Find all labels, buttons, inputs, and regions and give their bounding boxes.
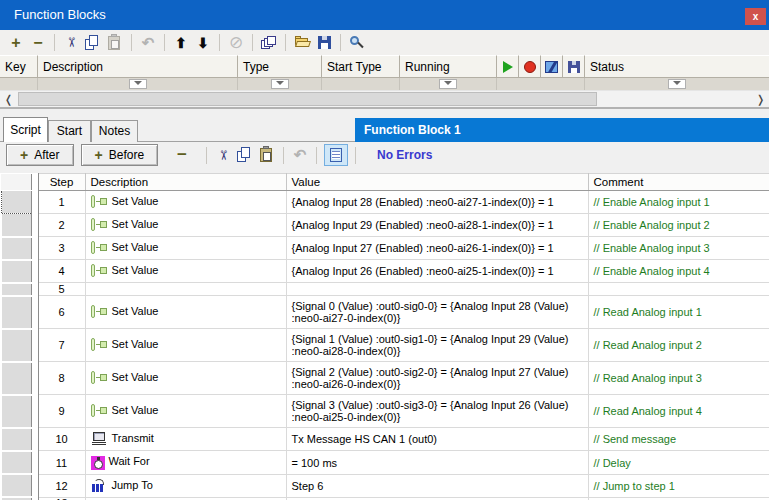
disable-icon[interactable]: ⊘ [225, 33, 247, 53]
step-cell[interactable]: 1 [38, 191, 85, 214]
move-down-icon[interactable]: ⬇ [192, 33, 214, 53]
row-selector[interactable] [1, 474, 31, 497]
filter-description[interactable] [38, 78, 238, 90]
step-cell[interactable]: 12 [38, 474, 85, 497]
column-status[interactable]: Status [585, 55, 769, 78]
comment-cell[interactable]: // Enable Analog input 1 [588, 191, 769, 214]
row-selector[interactable] [1, 237, 31, 260]
script-row[interactable]: 3Set Value{Analog Input 27 (Enabled) :ne… [1, 237, 769, 260]
column-key[interactable]: Key [0, 55, 38, 78]
cut-icon[interactable]: ✂ [212, 145, 234, 165]
value-cell[interactable]: Tx Message HS CAN 1 (out0) [286, 428, 588, 451]
horizontal-scrollbar[interactable]: ❬ ❭ [0, 90, 769, 107]
tab-notes[interactable]: Notes [91, 120, 138, 142]
comment-cell[interactable]: // Read Analog input 1 [588, 296, 769, 329]
script-log-button[interactable] [324, 144, 348, 166]
tab-script[interactable]: Script [3, 117, 48, 142]
row-selector[interactable] [1, 362, 31, 395]
add-icon[interactable]: + [5, 33, 27, 53]
script-row[interactable]: 4Set Value{Analog Input 26 (Enabled) :ne… [1, 260, 769, 283]
comment-cell[interactable]: // Delay [588, 451, 769, 474]
value-cell[interactable]: {Signal 1 (Value) :out0-sig1-0} = {Analo… [286, 329, 588, 362]
remove-icon[interactable]: − [27, 33, 49, 53]
close-button[interactable]: x [745, 8, 766, 25]
save-icon[interactable] [313, 33, 335, 53]
value-cell[interactable]: {Analog Input 28 (Enabled) :neo0-ai27-1-… [286, 191, 588, 214]
description-cell[interactable]: Set Value [85, 395, 286, 428]
description-cell[interactable]: Set Value [85, 191, 286, 214]
step-cell[interactable]: 7 [38, 329, 85, 362]
value-cell[interactable]: {Analog Input 29 (Enabled) :neo0-ai28-1-… [286, 214, 588, 237]
col-description[interactable]: Description [85, 174, 286, 191]
comment-cell[interactable]: // Read Analog input 4 [588, 395, 769, 428]
filter-status[interactable] [585, 78, 769, 90]
column-start-type[interactable]: Start Type [322, 55, 400, 78]
step-cell[interactable]: 4 [38, 260, 85, 283]
copy-icon[interactable] [234, 145, 256, 165]
col-step[interactable]: Step [38, 174, 85, 191]
script-row[interactable]: 5 [1, 283, 769, 296]
column-running[interactable]: Running [400, 55, 497, 78]
paste-icon[interactable] [104, 33, 126, 53]
filter-funnel-icon[interactable] [271, 79, 289, 89]
description-cell[interactable]: Set Value [85, 296, 286, 329]
step-cell[interactable]: 8 [38, 362, 85, 395]
remove-step-icon[interactable]: − [177, 148, 187, 162]
row-selector[interactable] [1, 283, 31, 296]
step-cell[interactable]: 11 [38, 451, 85, 474]
save-running-icon[interactable] [563, 55, 585, 78]
value-cell[interactable]: {Analog Input 27 (Enabled) :neo0-ai26-1-… [286, 237, 588, 260]
row-selector[interactable] [1, 428, 31, 451]
value-cell[interactable]: = 100 ms [286, 451, 588, 474]
scrollbar-thumb[interactable] [18, 92, 597, 106]
row-selector[interactable] [1, 191, 31, 214]
undo-icon[interactable]: ↶ [289, 145, 311, 165]
script-row[interactable]: 10TransmitTx Message HS CAN 1 (out0)// S… [1, 428, 769, 451]
run-icon[interactable] [497, 55, 519, 78]
script-row[interactable]: 6Set Value{Signal 0 (Value) :out0-sig0-0… [1, 296, 769, 329]
undo-icon[interactable]: ↶ [137, 33, 159, 53]
cut-icon[interactable]: ✂ [60, 33, 82, 53]
step-cell[interactable]: 10 [38, 428, 85, 451]
scroll-left-icon[interactable]: ❬ [0, 91, 17, 107]
value-cell[interactable]: {Signal 0 (Value) :out0-sig0-0} = {Analo… [286, 296, 588, 329]
step-cell[interactable]: 3 [38, 237, 85, 260]
step-cell[interactable]: 5 [38, 283, 85, 296]
filter-type[interactable] [238, 78, 322, 90]
description-cell[interactable]: Jump To [85, 474, 286, 497]
add-before-button[interactable]: + Before [81, 144, 159, 166]
value-cell[interactable]: {Signal 3 (Value) :out0-sig3-0} = {Analo… [286, 395, 588, 428]
description-cell[interactable]: Set Value [85, 329, 286, 362]
move-up-icon[interactable]: ⬆ [170, 33, 192, 53]
comment-cell[interactable]: // Read Analog input 3 [588, 362, 769, 395]
col-value[interactable]: Value [286, 174, 588, 191]
script-row[interactable]: 9Set Value{Signal 3 (Value) :out0-sig3-0… [1, 395, 769, 428]
filter-running[interactable] [400, 78, 497, 90]
col-comment[interactable]: Comment [588, 174, 769, 191]
value-cell[interactable] [286, 283, 588, 296]
script-row[interactable]: 11Wait For= 100 ms// Delay [1, 451, 769, 474]
row-selector[interactable] [1, 395, 31, 428]
value-cell[interactable]: {Analog Input 26 (Enabled) :neo0-ai25-1-… [286, 260, 588, 283]
comment-cell[interactable] [588, 283, 769, 296]
scroll-right-icon[interactable]: ❭ [752, 91, 769, 107]
filter-funnel-icon[interactable] [439, 79, 457, 89]
add-after-button[interactable]: + After [6, 144, 74, 166]
script-row[interactable]: 1Set Value{Analog Input 28 (Enabled) :ne… [1, 191, 769, 214]
duplicate-icon[interactable] [258, 33, 280, 53]
tab-start[interactable]: Start [48, 120, 91, 142]
description-cell[interactable]: Transmit [85, 428, 286, 451]
report-icon[interactable] [541, 55, 563, 78]
comment-cell[interactable]: // Jump to step 1 [588, 474, 769, 497]
step-cell[interactable]: 2 [38, 214, 85, 237]
comment-cell[interactable]: // Enable Analog input 3 [588, 237, 769, 260]
comment-cell[interactable]: // Send message [588, 428, 769, 451]
filter-funnel-icon[interactable] [129, 79, 147, 89]
column-description[interactable]: Description [38, 55, 238, 78]
description-cell[interactable]: Wait For [85, 451, 286, 474]
copy-icon[interactable] [82, 33, 104, 53]
row-selector[interactable] [1, 214, 31, 237]
open-icon[interactable] [291, 33, 313, 53]
script-row[interactable]: 8Set Value{Signal 2 (Value) :out0-sig2-0… [1, 362, 769, 395]
description-cell[interactable] [85, 283, 286, 296]
